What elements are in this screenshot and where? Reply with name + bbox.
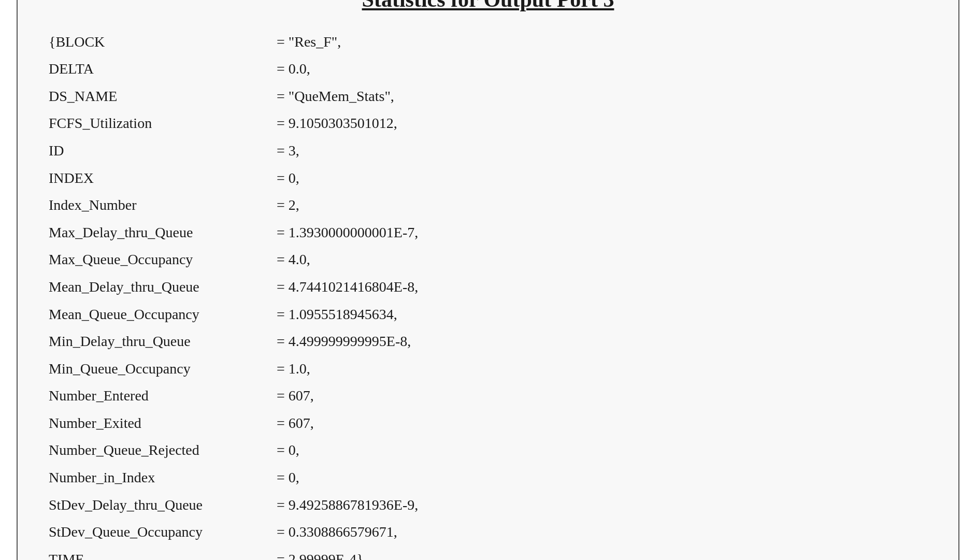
stat-value: = 2.99999E-4} <box>266 546 927 560</box>
stat-key: Min_Queue_Occupancy <box>49 355 266 383</box>
table-row: Number_Exited= 607, <box>49 410 927 437</box>
stat-value: = 9.4925886781936E-9, <box>266 492 927 519</box>
stat-key: FCFS_Utilization <box>49 110 266 137</box>
stat-key: Number_in_Index <box>49 464 266 492</box>
stat-key: DELTA <box>49 55 266 83</box>
stats-table: {BLOCK= "Res_F",DELTA= 0.0,DS_NAME= "Que… <box>49 28 927 560</box>
stat-key: {BLOCK <box>49 28 266 56</box>
stat-value: = 1.0, <box>266 355 927 383</box>
stat-key: StDev_Delay_thru_Queue <box>49 492 266 519</box>
stat-key: Min_Delay_thru_Queue <box>49 328 266 355</box>
table-row: Number_Queue_Rejected= 0, <box>49 437 927 464</box>
stat-key: Max_Queue_Occupancy <box>49 246 266 274</box>
stat-key: Mean_Delay_thru_Queue <box>49 274 266 301</box>
stat-key: Mean_Queue_Occupancy <box>49 301 266 328</box>
table-row: FCFS_Utilization= 9.1050303501012, <box>49 110 927 137</box>
table-row: Index_Number= 2, <box>49 192 927 219</box>
table-row: Max_Queue_Occupancy= 4.0, <box>49 246 927 274</box>
table-row: DS_NAME= "QueMem_Stats", <box>49 83 927 110</box>
stat-key: StDev_Queue_Occupancy <box>49 519 266 546</box>
stat-value: = 0, <box>266 165 927 192</box>
stat-key: Max_Delay_thru_Queue <box>49 219 266 247</box>
stat-value: = 9.1050303501012, <box>266 110 927 137</box>
stat-key: Number_Queue_Rejected <box>49 437 266 464</box>
stat-value: = 4.0, <box>266 246 927 274</box>
table-row: INDEX= 0, <box>49 165 927 192</box>
stat-key: ID <box>49 137 266 165</box>
stat-value: = 607, <box>266 382 927 410</box>
stat-value: = 0, <box>266 464 927 492</box>
table-row: Min_Queue_Occupancy= 1.0, <box>49 355 927 383</box>
table-row: Min_Delay_thru_Queue= 4.499999999995E-8, <box>49 328 927 355</box>
stat-key: TIME <box>49 546 266 560</box>
stat-key: DS_NAME <box>49 83 266 110</box>
stat-value: = 1.3930000000001E-7, <box>266 219 927 247</box>
table-row: StDev_Queue_Occupancy= 0.3308866579671, <box>49 519 927 546</box>
table-row: TIME= 2.99999E-4} <box>49 546 927 560</box>
stat-key: Index_Number <box>49 192 266 219</box>
table-row: DELTA= 0.0, <box>49 55 927 83</box>
stat-value: = 607, <box>266 410 927 437</box>
page-title: Statistics for Output Port 3 <box>49 0 927 12</box>
stat-value: = 2, <box>266 192 927 219</box>
stat-key: Number_Exited <box>49 410 266 437</box>
stat-value: = 0.0, <box>266 55 927 83</box>
table-row: Number_in_Index= 0, <box>49 464 927 492</box>
stat-value: = 3, <box>266 137 927 165</box>
table-row: Mean_Queue_Occupancy= 1.0955518945634, <box>49 301 927 328</box>
stat-value: = "Res_F", <box>266 28 927 56</box>
stat-value: = 1.0955518945634, <box>266 301 927 328</box>
table-row: Number_Entered= 607, <box>49 382 927 410</box>
stat-value: = 4.499999999995E-8, <box>266 328 927 355</box>
table-row: ID= 3, <box>49 137 927 165</box>
main-container: Statistics for Output Port 3 {BLOCK= "Re… <box>17 0 959 560</box>
table-row: {BLOCK= "Res_F", <box>49 28 927 56</box>
stat-key: Number_Entered <box>49 382 266 410</box>
stat-value: = 4.7441021416804E-8, <box>266 274 927 301</box>
stat-value: = 0, <box>266 437 927 464</box>
stat-value: = "QueMem_Stats", <box>266 83 927 110</box>
table-row: Max_Delay_thru_Queue= 1.3930000000001E-7… <box>49 219 927 247</box>
table-row: StDev_Delay_thru_Queue= 9.4925886781936E… <box>49 492 927 519</box>
stat-value: = 0.3308866579671, <box>266 519 927 546</box>
stat-key: INDEX <box>49 165 266 192</box>
table-row: Mean_Delay_thru_Queue= 4.7441021416804E-… <box>49 274 927 301</box>
